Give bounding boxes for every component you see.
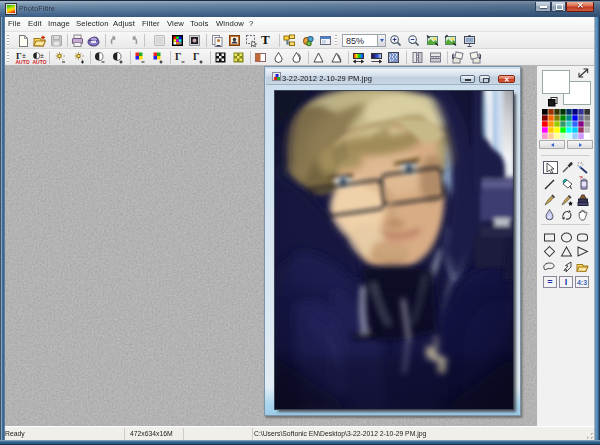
svg-text:Γ: Γ xyxy=(175,51,181,62)
svg-text:AUTO: AUTO xyxy=(16,59,30,64)
svg-text:AUTO: AUTO xyxy=(33,59,47,64)
svg-text:±: ± xyxy=(22,52,26,59)
svg-text:Γ: Γ xyxy=(193,51,199,62)
svg-text:±: ± xyxy=(40,52,44,59)
